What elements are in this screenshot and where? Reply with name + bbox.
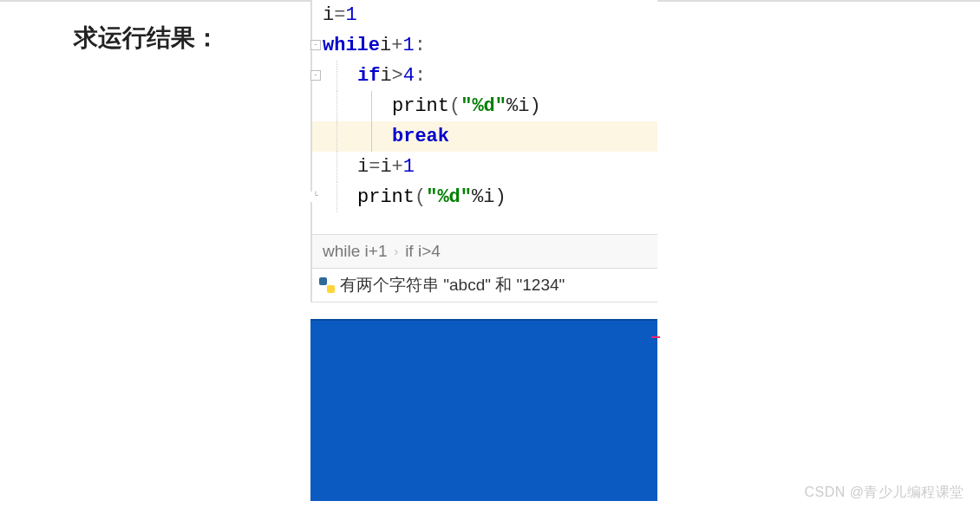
code-line-4[interactable]: print("%d"%i) xyxy=(312,91,657,121)
op-eq: = xyxy=(334,0,345,30)
indent-guide-2 xyxy=(371,121,372,152)
val: 1 xyxy=(403,152,415,182)
fold-icon[interactable]: └ xyxy=(310,192,321,202)
rhs: i xyxy=(380,152,391,182)
rest: %i) xyxy=(472,182,506,212)
expr-4: 4 xyxy=(403,61,415,91)
op-eq: = xyxy=(369,152,380,182)
breadcrumb-item-while[interactable]: while i+1 xyxy=(323,242,387,261)
colon: : xyxy=(415,61,426,91)
var: i xyxy=(323,0,334,30)
indent-guide xyxy=(336,61,337,91)
str: "%d" xyxy=(426,182,472,212)
fn-print: print xyxy=(392,91,449,121)
code-editor[interactable]: i=1 - while i+1: - if i>4: print("%d"%i)… xyxy=(312,0,657,234)
op-plus: + xyxy=(391,30,402,61)
fn-print: print xyxy=(357,182,415,212)
terminal-panel[interactable] xyxy=(310,319,657,501)
breadcrumb-bar: while i+1 › if i>4 xyxy=(312,234,657,269)
paren-open: ( xyxy=(449,91,461,121)
watermark: CSDN @青少儿编程课堂 xyxy=(804,484,964,502)
code-line-6[interactable]: i=i+1 xyxy=(312,152,657,182)
chevron-right-icon: › xyxy=(394,244,398,258)
kw-if: if xyxy=(357,61,380,91)
indent-guide xyxy=(336,121,337,152)
code-line-3[interactable]: - if i>4: xyxy=(312,61,657,91)
expr-i: i xyxy=(380,61,391,91)
op-gt: > xyxy=(392,61,403,91)
expr-i: i xyxy=(380,30,391,61)
rest: %i) xyxy=(506,91,541,121)
code-line-5[interactable]: break xyxy=(312,121,657,152)
python-icon xyxy=(319,277,335,293)
op-plus: + xyxy=(392,152,403,182)
breadcrumb-item-if[interactable]: if i>4 xyxy=(405,242,441,261)
paren-open: ( xyxy=(415,182,426,212)
tab-label[interactable]: 有两个字符串 "abcd" 和 "1234" xyxy=(340,274,565,296)
question-label: 求运行结果： xyxy=(74,22,219,55)
code-line-1[interactable]: i=1 xyxy=(312,0,657,30)
tab-bar: 有两个字符串 "abcd" 和 "1234" xyxy=(312,269,657,303)
fold-icon[interactable]: - xyxy=(310,40,321,50)
expr-1: 1 xyxy=(402,30,414,61)
fold-icon[interactable]: - xyxy=(310,70,321,81)
code-line-2[interactable]: - while i+1: xyxy=(312,30,657,61)
kw-while: while xyxy=(323,30,380,61)
indent-guide xyxy=(336,91,337,121)
code-line-7[interactable]: └ print("%d"%i) xyxy=(312,182,657,212)
indent-guide-2 xyxy=(371,91,372,121)
code-panel: i=1 - while i+1: - if i>4: print("%d"%i)… xyxy=(310,0,657,303)
indent-guide xyxy=(336,152,337,182)
indent-guide xyxy=(336,182,337,212)
str: "%d" xyxy=(461,91,506,121)
val: 1 xyxy=(345,0,356,30)
lhs: i xyxy=(357,152,369,182)
kw-break: break xyxy=(392,121,449,152)
code-line-blank[interactable] xyxy=(312,212,657,234)
colon: : xyxy=(415,30,426,61)
